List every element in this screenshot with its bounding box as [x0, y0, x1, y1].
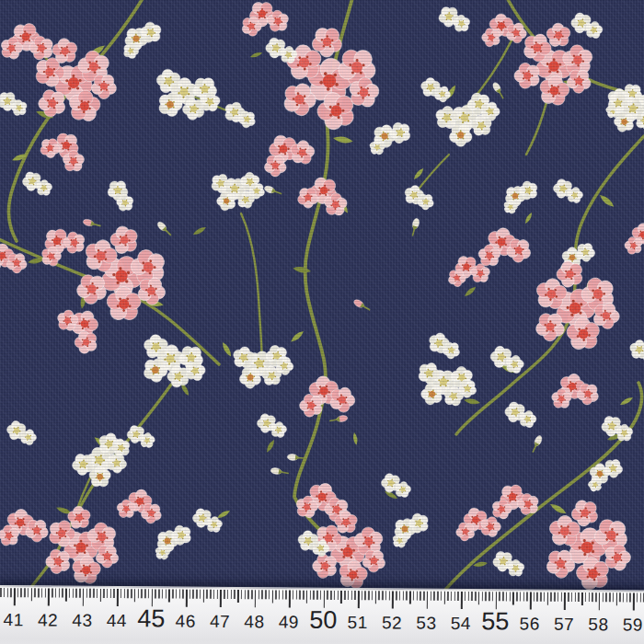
ruler-tick: [461, 592, 463, 609]
blossom-cluster: [242, 0, 293, 37]
ruler-tick: [389, 591, 391, 600]
leaf: [332, 135, 353, 144]
ruler-tick: [633, 592, 635, 610]
ruler-tick: [231, 590, 233, 599]
ruler-tick: [402, 591, 404, 600]
ruler-tick: [502, 592, 504, 601]
ruler-tick: [165, 589, 167, 598]
ruler-tick: [14, 588, 16, 605]
flower-bud: [329, 415, 349, 424]
blossom-cluster: [489, 482, 544, 522]
ruler-tick: [558, 592, 559, 602]
ruler-tick: [482, 592, 484, 601]
ruler-tick: [72, 589, 74, 598]
ruler-tick: [265, 590, 267, 599]
ruler-tick: [509, 592, 511, 601]
flower-bud: [530, 434, 544, 454]
ruler-tick: [131, 589, 132, 598]
blossom-cluster: [254, 410, 289, 441]
ruler-tick: [468, 592, 470, 601]
ruler-tick: [213, 590, 215, 599]
ruler-tick: [478, 592, 480, 604]
ruler-tick: [17, 588, 19, 597]
blossom-cluster: [490, 548, 527, 581]
ruler-tick: [372, 591, 374, 600]
ruler-tick: [144, 589, 146, 598]
ruler-tick: [506, 592, 508, 601]
ruler-tick: [83, 589, 85, 606]
blossom-cluster: [0, 89, 30, 119]
ruler-tick: [334, 591, 336, 600]
blossom-cluster: [211, 169, 267, 214]
ruler-tick: [271, 590, 273, 603]
ruler-tick: [457, 592, 459, 601]
ruler-tick: [190, 590, 191, 599]
blossom-cluster: [391, 510, 433, 550]
ruler-tick: [550, 592, 552, 602]
ruler-tick: [320, 591, 322, 600]
ruler-tick: [578, 592, 580, 602]
ruler-tick: [162, 589, 164, 598]
flower-bud: [352, 298, 372, 313]
ruler-tick: [585, 592, 587, 602]
floral-fabric-pattern: [0, 0, 644, 644]
ruler-tick: [217, 590, 219, 599]
ruler-tick: [526, 592, 528, 602]
ruler-tick: [65, 589, 67, 602]
blossom-cluster: [426, 331, 463, 362]
ruler-tick: [581, 592, 583, 605]
ruler-tick: [192, 590, 194, 599]
ruler-tick: [375, 591, 377, 604]
ruler-tick: [210, 590, 212, 599]
ruler-tick: [595, 592, 597, 602]
ruler-tick: [547, 592, 549, 605]
ruler-tick: [41, 588, 43, 597]
ruler-tick: [544, 592, 546, 602]
blossom-cluster: [144, 63, 230, 134]
ruler-tick: [182, 590, 184, 599]
ruler-tick: [340, 591, 342, 604]
ruler-tick: [568, 592, 569, 602]
ruler-tick: [52, 589, 53, 598]
ruler-tick: [475, 592, 477, 601]
leaf: [289, 329, 305, 344]
ruler-tick: [592, 592, 593, 602]
pink-blossom: [329, 386, 356, 414]
ruler-tick: [354, 591, 356, 600]
ruler-tick: [430, 592, 431, 601]
ruler-tick: [196, 590, 198, 599]
leaf: [293, 266, 312, 274]
ruler-tick: [241, 590, 243, 599]
blossom-cluster: [418, 75, 452, 103]
ruler-tick: [530, 592, 532, 610]
ruler-tick: [206, 590, 208, 599]
ruler-tick: [416, 592, 418, 601]
ruler-tick: [564, 592, 566, 610]
ruler-tick: [121, 589, 122, 598]
ruler-tick: [99, 589, 101, 602]
ruler-tick: [420, 592, 421, 601]
ruler-tick: [358, 591, 360, 608]
ruler-tick: [234, 590, 236, 599]
ruler-tick: [158, 589, 160, 598]
ruler-tick: [237, 590, 239, 603]
blossom-cluster: [526, 252, 627, 362]
ruler-tick: [406, 592, 408, 601]
ruler-tick: [306, 591, 308, 604]
ruler-tick: [471, 592, 473, 601]
blossom-cluster: [378, 470, 413, 500]
blossom-cluster: [409, 355, 482, 416]
ruler-tick: [220, 590, 222, 607]
ruler-tick: [489, 592, 490, 601]
leaf: [619, 396, 634, 407]
blossoms: [0, 0, 644, 597]
ruler-tick: [279, 590, 281, 599]
ruler-tick: [571, 592, 573, 602]
ruler-tick: [310, 591, 312, 600]
ruler-tick: [534, 592, 535, 602]
ruler-tick: [623, 592, 625, 602]
ruler-tick: [127, 589, 129, 598]
ruler-tick: [282, 590, 284, 599]
blossom-cluster: [475, 224, 535, 270]
white-blossom: [481, 101, 500, 121]
